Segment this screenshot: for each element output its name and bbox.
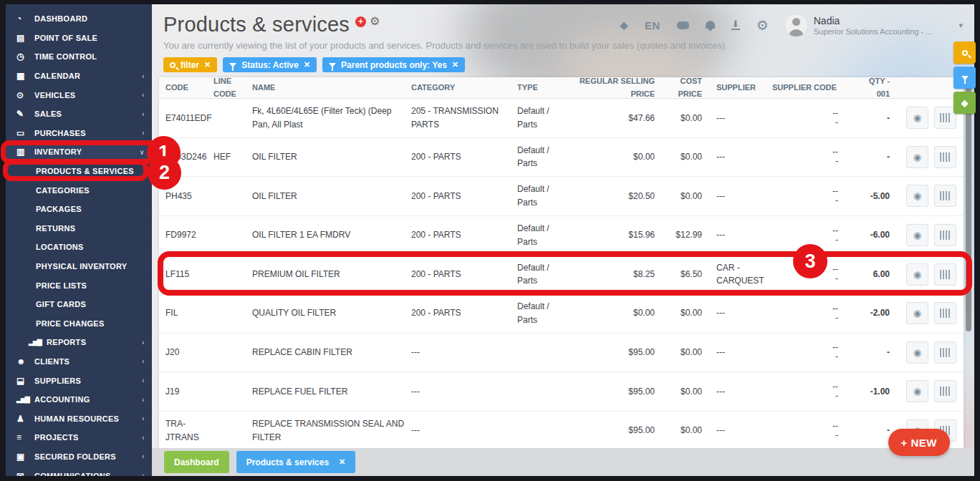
education-button[interactable]: ⬥ — [953, 92, 976, 114]
cell-cost-price: $0.00 — [660, 150, 708, 164]
sidebar-item-dashboard[interactable]: ◔DASHBOARD — [6, 9, 152, 29]
chevron-down-icon[interactable]: ▾ — [959, 21, 963, 30]
sidebar-item-human-resources[interactable]: ♟HUMAN RESOURCES‹ — [6, 409, 152, 428]
settings-gear-icon[interactable]: ⚙ — [756, 17, 769, 34]
barcode-button[interactable] — [934, 224, 956, 246]
sidebar-item-suppliers[interactable]: ⬓SUPPLIERS‹ — [6, 371, 152, 390]
filter-chip-filter[interactable]: filter✕ — [163, 57, 217, 72]
view-button[interactable]: ◉ — [906, 146, 928, 168]
sidebar-item-returns[interactable]: RETURNS — [6, 219, 152, 238]
filter-button[interactable] — [953, 67, 976, 89]
table-row-fil[interactable]: FILQUALITY OIL FILTER200 - PARTSDefault … — [159, 294, 964, 334]
sidebar-item-sales[interactable]: ✎SALES‹ — [6, 105, 152, 124]
tab-products-services[interactable]: Products & services✕ — [236, 451, 356, 473]
table-row-e74011edf[interactable]: E74011EDFFk, 4L60E/4L65E (Filter Teck) (… — [159, 99, 964, 138]
sidebar-item-communications[interactable]: ✉COMMUNICATIONS‹ — [6, 466, 152, 476]
column-header-regular-selling-price[interactable]: REGULAR SELLING PRICE — [565, 77, 660, 100]
filter-chip-parent-products-only-yes[interactable]: Parent products only: Yes✕ — [322, 57, 465, 72]
sidebar-item-locations[interactable]: LOCATIONS — [6, 238, 152, 257]
filter-chip-status-active[interactable]: Status: Active✕ — [223, 57, 317, 72]
sidebar-item-gift-cards[interactable]: GIFT CARDS — [6, 295, 152, 314]
table-row-lf115[interactable]: LF115PREMIUM OIL FILTER200 - PARTSDefaul… — [159, 255, 964, 294]
sidebar-item-time-control[interactable]: ◷TIME CONTROL — [6, 47, 152, 67]
view-button[interactable]: ◉ — [906, 263, 928, 286]
barcode-button[interactable] — [934, 263, 956, 286]
sidebar-item-calendar[interactable]: ▦CALENDAR‹ — [6, 67, 152, 86]
column-header-cost-price[interactable]: COST PRICE — [660, 77, 708, 100]
table-row-3h03d246[interactable]: 3H03D246HEFOIL FILTER200 - PARTSDefault … — [159, 138, 964, 178]
table-row-tra-jtrans[interactable]: TRA-JTRANSREPLACE TRANSMISSION SEAL AND … — [159, 412, 964, 448]
barcode-button[interactable] — [934, 146, 956, 168]
tab-dashboard[interactable]: Dashboard — [164, 451, 229, 473]
sidebar-item-physical-inventory[interactable]: PHYSICAL INVENTORY — [6, 257, 152, 276]
sidebar-item-clients[interactable]: ☻CLIENTS‹ — [6, 352, 152, 371]
download-icon[interactable]: ⬇ — [731, 21, 740, 29]
sidebar-item-price-lists[interactable]: PRICE LISTS — [6, 276, 152, 295]
sidebar-item-label: PURCHASES — [34, 129, 86, 137]
close-icon[interactable]: ✕ — [304, 60, 310, 69]
communications-icon: ✉ — [16, 471, 34, 476]
sidebar-item-price-changes[interactable]: PRICE CHANGES — [6, 314, 152, 334]
sidebar-item-inventory[interactable]: ▥INVENTORY∨ — [6, 142, 152, 162]
chevron-left-icon: ‹ — [142, 452, 145, 460]
barcode-button[interactable] — [934, 380, 956, 402]
barcode-button[interactable] — [934, 185, 956, 207]
language-selector[interactable]: EN — [645, 19, 660, 31]
view-button[interactable]: ◉ — [906, 224, 928, 246]
sidebar-item-projects[interactable]: ≡PROJECTS‹ — [6, 428, 152, 447]
column-header-category[interactable]: CATEGORY — [411, 82, 517, 94]
barcode-button[interactable] — [934, 341, 956, 364]
view-button[interactable]: ◉ — [906, 380, 928, 402]
cell-selling-price: $0.00 — [565, 150, 660, 164]
sidebar-item-reports[interactable]: ▂▅▇REPORTS‹ — [6, 333, 152, 352]
sidebar-item-vehicles[interactable]: ⊙VEHICLES‹ — [6, 85, 152, 105]
column-header-supplier-code[interactable]: SUPPLIER CODE — [772, 83, 857, 92]
view-button[interactable]: ◉ — [906, 302, 928, 324]
notifications-bell-icon[interactable] — [706, 22, 715, 29]
close-icon[interactable]: ✕ — [452, 60, 458, 69]
column-header-code[interactable]: CODE — [159, 82, 213, 94]
view-button[interactable]: ◉ — [906, 341, 928, 364]
add-product-icon[interactable]: + — [355, 16, 366, 27]
barcode-icon — [940, 113, 951, 122]
sidebar-item-secured-folders[interactable]: ▣SECURED FOLDERS‹ — [6, 447, 152, 467]
sidebar-item-packages[interactable]: PACKAGES — [6, 200, 152, 219]
table-row-j20[interactable]: J20REPLACE CABIN FILTER---$95.00$0.00---… — [159, 334, 964, 373]
user-menu[interactable]: Nadia Superior Solutions Accounting - ..… — [785, 14, 933, 37]
sidebar-item-purchases[interactable]: ▭PURCHASES‹ — [6, 124, 152, 143]
chat-icon[interactable] — [677, 21, 689, 29]
search-button[interactable] — [953, 42, 976, 64]
sidebar-item-products-services[interactable]: PRODUCTS & SERVICES — [6, 162, 152, 181]
barcode-button[interactable] — [934, 302, 956, 324]
view-button[interactable]: ◉ — [906, 107, 928, 129]
cell-type: Default / Parts — [517, 183, 565, 209]
table-row-j19[interactable]: J19REPLACE FUEL FILTER---$95.00$0.00----… — [159, 372, 964, 412]
column-header-supplier[interactable]: SUPPLIER — [708, 82, 772, 94]
education-icon[interactable]: ⬥ — [620, 19, 628, 33]
barcode-icon — [940, 230, 951, 240]
new-button[interactable]: + NEW — [888, 429, 950, 456]
cell-code: LF115 — [159, 268, 213, 281]
sidebar-item-point-of-sale[interactable]: ▤POINT OF SALE — [6, 29, 152, 48]
filter-chips: filter✕Status: Active✕Parent products on… — [163, 57, 960, 72]
chevron-left-icon: ‹ — [142, 110, 145, 118]
column-header-line-code[interactable]: LINE CODE — [213, 77, 252, 100]
page-settings-gear-icon[interactable]: ⚙ — [370, 16, 380, 27]
vehicles-icon: ⊙ — [16, 90, 34, 100]
column-header-name[interactable]: NAME — [252, 82, 411, 94]
view-button[interactable]: ◉ — [906, 185, 928, 207]
cell-supplier-code: --- — [772, 109, 857, 127]
sidebar-item-accounting[interactable]: ▂▅▇ACCOUNTING‹ — [6, 390, 152, 409]
close-icon[interactable]: ✕ — [204, 60, 211, 69]
column-header-qty-001[interactable]: QTY - 001 — [857, 77, 895, 100]
column-header-type[interactable]: TYPE — [517, 82, 565, 94]
sidebar-item-categories[interactable]: CATEGORIES — [6, 180, 152, 200]
cell-cost-price: $0.00 — [660, 385, 708, 399]
cell-category: 200 - PARTS — [411, 150, 517, 164]
table-row-fd9972[interactable]: FD9972OIL FILTER 1 EA FMDRV200 - PARTSDe… — [159, 216, 964, 256]
eye-icon: ◉ — [913, 348, 921, 357]
table-row-ph435[interactable]: PH435OIL FILTER200 - PARTSDefault / Part… — [159, 177, 964, 216]
cell-cost-price: $0.00 — [660, 112, 708, 125]
close-icon[interactable]: ✕ — [339, 457, 345, 467]
chevron-left-icon: ‹ — [142, 434, 145, 442]
